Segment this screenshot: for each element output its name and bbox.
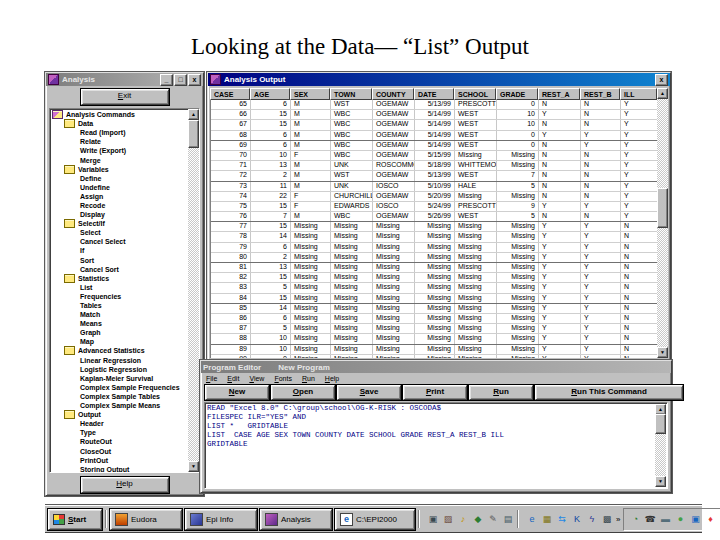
taskbar-button-eudora[interactable]: Eudora xyxy=(110,509,182,530)
scroll-down-icon[interactable]: ▼ xyxy=(657,347,668,358)
start-button[interactable]: Start xyxy=(48,509,102,530)
tree-item[interactable]: Map xyxy=(51,337,199,346)
tree-item[interactable]: Kaplan-Meier Survival xyxy=(51,374,199,383)
tree-item[interactable]: Sort xyxy=(51,256,199,265)
tree-item[interactable]: Advanced Statistics xyxy=(51,346,199,355)
tree-item[interactable]: Select xyxy=(51,228,199,237)
column-header[interactable]: TOWN xyxy=(330,88,372,100)
column-header[interactable]: AGE xyxy=(250,88,290,100)
column-header[interactable]: COUNTY xyxy=(372,88,414,100)
taskbar-button-epi-info[interactable]: Epi Info xyxy=(185,509,257,530)
scroll-down-icon[interactable]: ▼ xyxy=(188,461,199,472)
quick-launch-icon[interactable]: ✎ xyxy=(487,513,499,525)
tree-item[interactable]: Means xyxy=(51,319,199,328)
tree-item[interactable]: Recode xyxy=(51,201,199,210)
tree-item[interactable]: Cancel Sort xyxy=(51,265,199,274)
tree-item[interactable]: Define xyxy=(51,174,199,183)
tree-item[interactable]: Analysis Commands xyxy=(51,110,199,119)
tree-item[interactable]: Tables xyxy=(51,301,199,310)
tree-item[interactable]: List xyxy=(51,283,199,292)
scroll-up-icon[interactable]: ▲ xyxy=(657,88,668,99)
tree-item[interactable]: Read (Import) xyxy=(51,128,199,137)
quick-launch-icon[interactable]: ▤ xyxy=(502,513,514,525)
tree-item[interactable]: Relate xyxy=(51,137,199,146)
quick-launch-icon[interactable]: ⇆ xyxy=(556,513,568,525)
tree-item[interactable]: Logistic Regression xyxy=(51,365,199,374)
tree-item[interactable]: Data xyxy=(51,119,199,128)
code-editor[interactable]: READ "Excel 8.0" C:\group\school\OG-K-RI… xyxy=(204,402,668,489)
tray-icon[interactable]: ▣ xyxy=(689,513,701,525)
tray-icon[interactable]: ♦ xyxy=(704,513,716,525)
quick-launch-icon[interactable]: ◆ xyxy=(472,513,484,525)
tree-item[interactable]: Output xyxy=(51,410,199,419)
tree-scrollbar[interactable]: ▲ ▼ xyxy=(188,109,199,472)
tray-icon[interactable]: ◔ xyxy=(629,513,641,525)
column-header[interactable]: CASE xyxy=(210,88,250,100)
tree-item[interactable]: Frequencies xyxy=(51,292,199,301)
scroll-up-icon[interactable]: ▲ xyxy=(188,109,199,120)
column-header[interactable]: GRADE xyxy=(496,88,538,100)
column-header[interactable]: ILL xyxy=(620,88,657,100)
menu-item[interactable]: File xyxy=(206,374,217,383)
tree-item[interactable]: Display xyxy=(51,210,199,219)
tree-item[interactable]: Complex Sample Means xyxy=(51,401,199,410)
quick-launch-icon[interactable]: ▣ xyxy=(427,513,439,525)
quick-launch-icon[interactable]: ♪ xyxy=(457,513,469,525)
tree-item[interactable]: RouteOut xyxy=(51,437,199,446)
minimize-button[interactable]: _ xyxy=(160,74,173,86)
menu-item[interactable]: Help xyxy=(325,374,339,383)
tree-item[interactable]: Match xyxy=(51,310,199,319)
close-icon[interactable]: x xyxy=(655,74,668,86)
overflow-chevron-icon[interactable]: » xyxy=(616,515,620,524)
tree-item[interactable]: Write (Export) xyxy=(51,146,199,155)
maximize-button[interactable]: □ xyxy=(174,74,187,86)
tree-item[interactable]: Graph xyxy=(51,328,199,337)
taskbar-button-browser[interactable]: e C:\EPI2000 xyxy=(335,509,415,530)
tray-icon[interactable]: ☎ xyxy=(644,513,656,525)
tree-item[interactable]: Undefine xyxy=(51,183,199,192)
tree-item[interactable]: Select/If xyxy=(51,219,199,228)
exit-button[interactable]: Exit xyxy=(81,89,169,105)
menu-item[interactable]: View xyxy=(249,374,264,383)
tree-item[interactable]: PrintOut xyxy=(51,456,199,465)
editor-scrollbar[interactable]: ▲ ▼ xyxy=(655,404,666,487)
tree-item[interactable]: Merge xyxy=(51,155,199,164)
scroll-thumb[interactable] xyxy=(655,414,666,434)
tree-item[interactable]: Type xyxy=(51,428,199,437)
scroll-thumb[interactable] xyxy=(188,120,199,148)
column-header[interactable]: SEX xyxy=(290,88,330,100)
menu-item[interactable]: Edit xyxy=(227,374,239,383)
tray-icon[interactable]: ▬ xyxy=(659,513,671,525)
save-button[interactable]: Save xyxy=(337,385,401,400)
tree-item[interactable]: Variables xyxy=(51,165,199,174)
print-button[interactable]: Print xyxy=(403,385,467,400)
tray-icon[interactable]: ● xyxy=(674,513,686,525)
tree-item[interactable]: Assign xyxy=(51,192,199,201)
tree-item[interactable]: Header xyxy=(51,419,199,428)
tree-item[interactable]: Cancel Select xyxy=(51,237,199,246)
quick-launch-icon[interactable]: ▩ xyxy=(601,513,613,525)
tree-item[interactable]: Complex Sample Tables xyxy=(51,392,199,401)
tree-item[interactable]: Complex Sample Frequencies xyxy=(51,383,199,392)
table-scrollbar[interactable]: ▲ ▼ xyxy=(657,88,668,358)
tree-item[interactable]: Linear Regression xyxy=(51,356,199,365)
tree-item[interactable]: CloseOut xyxy=(51,446,199,455)
taskbar-button-analysis[interactable]: Analysis xyxy=(260,509,332,530)
run-this-command-button[interactable]: Run This Command xyxy=(535,385,683,400)
tree-item[interactable]: Storing Output xyxy=(51,465,199,473)
column-header[interactable]: SCHOOL xyxy=(454,88,496,100)
tree-item[interactable]: Statistics xyxy=(51,274,199,283)
quick-launch-icon[interactable]: ▨ xyxy=(442,513,454,525)
column-header[interactable]: DATE xyxy=(414,88,454,100)
open-button[interactable]: Open xyxy=(271,385,335,400)
quick-launch-icon[interactable]: ▦ xyxy=(541,513,553,525)
run-button[interactable]: Run xyxy=(469,385,533,400)
tree-item[interactable]: If xyxy=(51,246,199,255)
help-button[interactable]: Help xyxy=(81,477,169,493)
quick-launch-icon[interactable]: ϟ xyxy=(586,513,598,525)
new-button[interactable]: New xyxy=(205,385,269,400)
column-header[interactable]: REST_B xyxy=(580,88,620,100)
menu-item[interactable]: Fonts xyxy=(274,374,292,383)
quick-launch-icon[interactable]: e xyxy=(526,513,538,525)
close-icon[interactable]: x xyxy=(188,74,201,86)
